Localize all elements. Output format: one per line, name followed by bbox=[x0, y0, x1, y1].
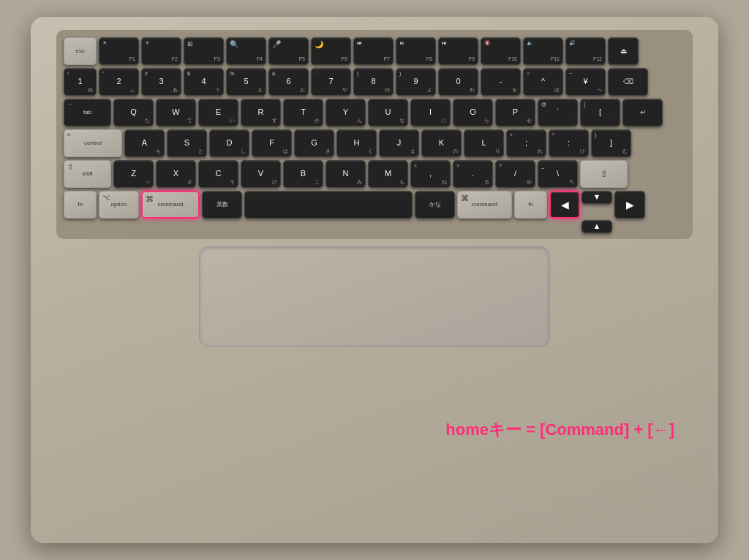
key-k[interactable]: K の bbox=[421, 129, 462, 157]
key-7[interactable]: ' 7 や bbox=[311, 68, 351, 96]
key-shift-right[interactable]: ⇧ bbox=[580, 160, 628, 188]
key-l[interactable]: L り bbox=[464, 129, 504, 157]
key-command-left[interactable]: ⌘ command bbox=[141, 191, 200, 219]
key-d[interactable]: D し bbox=[209, 129, 249, 157]
key-semicolon[interactable]: + ; れ bbox=[506, 129, 546, 157]
key-p[interactable]: P せ bbox=[495, 99, 535, 126]
key-f7[interactable]: ⏮ F7 bbox=[353, 37, 394, 65]
key-n[interactable]: N み bbox=[325, 160, 366, 188]
key-f4[interactable]: 🔍 F4 bbox=[226, 37, 266, 65]
number-key-row: ! 1 ぬ " 2 ふ # 3 あ $ 4 う % 5 え bbox=[64, 68, 685, 96]
key-8[interactable]: ( 8 ゆ bbox=[353, 68, 394, 96]
key-f12[interactable]: 🔊 F12 bbox=[565, 37, 606, 65]
key-g[interactable]: G き bbox=[294, 129, 334, 157]
annotation-text: homeキー = [Command] + [←] bbox=[445, 419, 674, 441]
key-fn[interactable]: fn bbox=[64, 191, 97, 219]
key-3[interactable]: # 3 あ bbox=[141, 68, 181, 96]
key-i[interactable]: I に bbox=[410, 99, 451, 126]
key-bracket-open[interactable]: { [ ゜ bbox=[580, 99, 620, 126]
key-f3[interactable]: ⊞ F3 bbox=[184, 37, 224, 65]
arrow-key-cluster: ◀ ▼ ▲ bbox=[549, 191, 612, 233]
key-eject[interactable]: ⏏ bbox=[608, 37, 639, 65]
key-z[interactable]: Z っ bbox=[113, 160, 154, 188]
key-v[interactable]: V ひ bbox=[241, 160, 281, 188]
key-f9[interactable]: ⏭ F9 bbox=[438, 37, 478, 65]
key-fn2[interactable]: fn bbox=[514, 191, 547, 219]
key-arrow-down[interactable]: ▼ bbox=[581, 191, 612, 204]
key-w[interactable]: W て bbox=[156, 99, 196, 126]
trackpad bbox=[199, 246, 550, 347]
zxcv-key-row: ⇧ shift Z っ X さ C そ V ひ B こ bbox=[64, 160, 685, 188]
key-b[interactable]: B こ bbox=[283, 160, 323, 188]
key-f11[interactable]: 🔉 F11 bbox=[523, 37, 563, 65]
key-minus[interactable]: - を bbox=[481, 68, 521, 96]
key-q[interactable]: Q た bbox=[113, 99, 154, 126]
key-eisu[interactable]: 英数 bbox=[202, 191, 242, 219]
key-6[interactable]: & 6 お bbox=[268, 68, 309, 96]
key-control[interactable]: ^ control bbox=[64, 129, 122, 157]
key-1[interactable]: ! 1 ぬ bbox=[64, 68, 97, 96]
keyboard-area: esc ☀ F1 ☀ F2 ⊞ F3 🔍 F4 🎤 F5 bbox=[56, 30, 693, 239]
key-2[interactable]: " 2 ふ bbox=[99, 68, 139, 96]
key-bracket-close[interactable]: } ] む bbox=[591, 129, 631, 157]
key-esc[interactable]: esc bbox=[64, 37, 97, 65]
key-a[interactable]: A ち bbox=[124, 129, 165, 157]
key-m[interactable]: M も bbox=[368, 160, 408, 188]
key-e[interactable]: E い bbox=[198, 99, 238, 126]
key-9[interactable]: ) 9 よ bbox=[396, 68, 436, 96]
key-h[interactable]: H く bbox=[336, 129, 377, 157]
key-f8[interactable]: ⏯ F8 bbox=[396, 37, 436, 65]
key-f1[interactable]: ☀ F1 bbox=[99, 37, 139, 65]
key-space[interactable] bbox=[244, 191, 413, 219]
key-r[interactable]: R す bbox=[241, 99, 281, 126]
key-0[interactable]: 0 わ bbox=[438, 68, 478, 96]
key-comma[interactable]: < , ね bbox=[410, 160, 451, 188]
key-f[interactable]: F は bbox=[252, 129, 292, 157]
key-at[interactable]: @ ` ゛ bbox=[538, 99, 578, 126]
qwerty-key-row: → tab Q た W て E い R す T か bbox=[64, 99, 685, 126]
key-shift-left[interactable]: ⇧ shift bbox=[64, 160, 111, 188]
modifier-key-row: fn ⌥ option ⌘ command 英数 かな ⌘ command bbox=[64, 191, 685, 233]
key-f2[interactable]: ☀ F2 bbox=[141, 37, 181, 65]
key-f5[interactable]: 🎤 F5 bbox=[268, 37, 309, 65]
key-kana[interactable]: かな bbox=[415, 191, 455, 219]
key-5[interactable]: % 5 え bbox=[226, 68, 266, 96]
key-j[interactable]: J ま bbox=[379, 129, 419, 157]
key-arrow-up[interactable]: ▲ bbox=[581, 220, 612, 233]
key-4[interactable]: $ 4 う bbox=[184, 68, 224, 96]
key-f6[interactable]: 🌙 F6 bbox=[311, 37, 351, 65]
key-period[interactable]: > . る bbox=[453, 160, 493, 188]
key-return[interactable]: ↵ bbox=[622, 99, 663, 126]
key-arrow-left[interactable]: ◀ bbox=[549, 191, 580, 219]
key-backslash[interactable]: _ \ ろ bbox=[538, 160, 578, 188]
key-slash[interactable]: ? / め bbox=[495, 160, 535, 188]
key-t[interactable]: T か bbox=[283, 99, 323, 126]
fn-key-row: esc ☀ F1 ☀ F2 ⊞ F3 🔍 F4 🎤 F5 bbox=[64, 37, 685, 65]
key-delete[interactable]: ⌫ bbox=[608, 68, 648, 96]
asdf-key-row: ^ control A ち S と D し F は G き bbox=[64, 129, 685, 157]
key-colon[interactable]: * : け bbox=[549, 129, 589, 157]
key-arrow-right[interactable]: ▶ bbox=[614, 191, 645, 219]
key-c[interactable]: C そ bbox=[198, 160, 238, 188]
key-o[interactable]: O ら bbox=[453, 99, 493, 126]
laptop-body: esc ☀ F1 ☀ F2 ⊞ F3 🔍 F4 🎤 F5 bbox=[31, 17, 718, 543]
key-option[interactable]: ⌥ option bbox=[99, 191, 139, 219]
key-tab[interactable]: → tab bbox=[64, 99, 111, 126]
key-u[interactable]: U な bbox=[368, 99, 408, 126]
key-y[interactable]: Y ん bbox=[325, 99, 366, 126]
key-x[interactable]: X さ bbox=[156, 160, 196, 188]
key-s[interactable]: S と bbox=[167, 129, 207, 157]
key-command-right[interactable]: ⌘ command bbox=[457, 191, 512, 219]
key-f10[interactable]: 🔇 F10 bbox=[481, 37, 521, 65]
key-yen[interactable]: ~ ¥ へ bbox=[565, 68, 606, 96]
key-caret[interactable]: = ^ ほ bbox=[523, 68, 563, 96]
